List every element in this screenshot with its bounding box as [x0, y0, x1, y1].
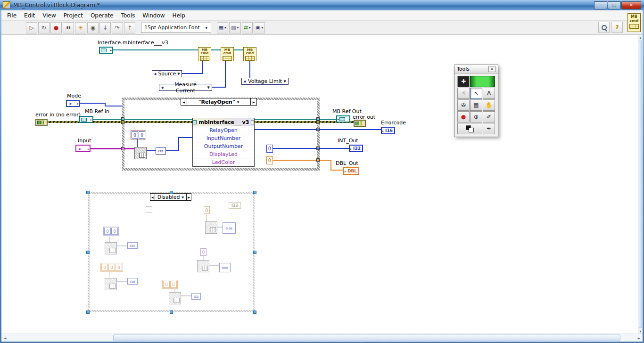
tools-palette-titlebar[interactable]: Tools ✕ — [454, 65, 498, 74]
disabled-i32-label[interactable]: I32 — [229, 202, 241, 209]
selection-handle[interactable] — [253, 191, 256, 194]
scroll-left-arrow[interactable]: ◀ — [1, 334, 9, 342]
case-next-arrow[interactable]: ▶ — [250, 98, 256, 105]
case-dropdown-icon[interactable]: ▼ — [237, 100, 239, 104]
scroll-up-arrow[interactable]: ▲ — [638, 35, 643, 40]
distribute-objects-button[interactable]: ▥▾ — [229, 22, 240, 33]
array-cell[interactable]: 0 — [104, 228, 111, 235]
disabled-function-node-2[interactable] — [105, 278, 117, 290]
disable-next-arrow[interactable]: ▶ — [186, 194, 191, 200]
array-cell[interactable]: 0 — [111, 228, 118, 235]
tunnel-ref-left[interactable] — [121, 117, 124, 121]
highlight-execution-button[interactable]: ☀ — [75, 22, 86, 33]
horizontal-scrollbar[interactable]: ◀ ⋯ ▶ — [1, 334, 643, 342]
context-help-button[interactable]: ? — [611, 22, 623, 33]
probe-tool[interactable]: ⊕ — [470, 111, 482, 122]
invoke-method-inputnumber[interactable]: InputNumber — [193, 134, 254, 142]
font-selector[interactable]: 15pt Application Font ▾ — [141, 23, 211, 33]
step-into-button[interactable]: ↓ — [99, 22, 111, 33]
menu-edit[interactable]: Edit — [20, 11, 39, 20]
scroll-tool[interactable]: ✋ — [483, 99, 495, 111]
disabled-conv-i16[interactable]: I16 — [127, 278, 138, 285]
tools-palette[interactable]: Tools ✕ ✚ ☝ ↖ A ✇ ▤ ✋ ● ⊕ ✐ ✒ — [454, 65, 498, 137]
run-continuous-button[interactable]: ↻ — [38, 22, 50, 33]
position-select-tool[interactable]: ↖ — [470, 88, 482, 99]
search-button[interactable] — [598, 22, 610, 33]
pause-button[interactable]: ▮▮ — [63, 22, 74, 33]
auto-tool-select-button[interactable]: ✚ — [457, 76, 470, 87]
shortcut-menu-tool[interactable]: ▤ — [470, 99, 482, 111]
array-cell[interactable]: 0 — [108, 264, 115, 271]
abort-button[interactable]: ● — [50, 22, 62, 33]
invoke-method-outputnumber[interactable]: OutputNumber — [193, 142, 254, 150]
menu-help[interactable]: Help — [169, 11, 189, 20]
disabled-function-node-1[interactable] — [105, 242, 117, 254]
horizontal-scrollbar-thumb[interactable]: ⋯ — [113, 335, 620, 341]
disabled-function-node-3[interactable] — [205, 221, 217, 234]
tunnel-dbl-right[interactable] — [316, 158, 320, 162]
menu-tools[interactable]: Tools — [117, 11, 139, 20]
selection-handle[interactable] — [253, 310, 256, 314]
vi-icon[interactable]: MB cmd — [627, 13, 641, 32]
invoke-method-ledcolor[interactable]: LedColor — [193, 158, 254, 166]
invoke-method-relayopen[interactable]: RelayOpen — [193, 126, 254, 134]
maximize-button[interactable]: □ — [608, 1, 621, 9]
disabled-array-constant-1[interactable]: 0 0 — [103, 227, 119, 236]
vertical-scrollbar-thumb[interactable] — [639, 41, 642, 328]
selection-handle[interactable] — [253, 251, 256, 254]
selection-handle[interactable] — [170, 310, 173, 314]
run-button[interactable]: ▷ — [26, 22, 37, 33]
menu-window[interactable]: Window — [139, 11, 168, 20]
menu-file[interactable]: File — [3, 11, 20, 20]
array-cell[interactable]: 0 — [116, 264, 122, 271]
disabled-function-node-4[interactable] — [197, 260, 209, 272]
scroll-right-arrow[interactable]: ▶ — [635, 334, 643, 342]
disabled-conv-999[interactable]: 999 — [219, 263, 231, 272]
vertical-scrollbar[interactable]: ▲ ▼ — [638, 35, 643, 334]
disabled-conv-i32-1[interactable]: I32 — [127, 242, 138, 249]
case-prev-arrow[interactable]: ◀ — [181, 98, 187, 105]
disable-structure-selector[interactable]: ◀ Disabled ▼ ▶ — [150, 193, 191, 201]
color-tool[interactable] — [457, 123, 482, 134]
clean-up-diagram-button[interactable]: ⇄▾ — [242, 22, 253, 33]
array-cell[interactable]: 0 — [163, 281, 170, 288]
tunnel-int-right[interactable] — [316, 147, 320, 150]
tools-palette-close-button[interactable]: ✕ — [488, 66, 495, 72]
minimize-button[interactable]: ─ — [594, 1, 607, 9]
menu-operate[interactable]: Operate — [87, 11, 117, 20]
title-bar[interactable]: MB_Control.vi Block Diagram * ─ □ ✕ — [0, 0, 644, 10]
tunnel-error-left[interactable] — [121, 121, 124, 124]
selection-handle[interactable] — [170, 191, 173, 194]
tunnel-input-left[interactable] — [121, 147, 124, 150]
disabled-array-constant-2[interactable]: 0 0 0 — [100, 263, 123, 272]
auto-tool-led[interactable] — [470, 76, 495, 87]
color-copy-tool[interactable]: ✐ — [483, 111, 495, 122]
align-objects-button[interactable]: ▦▾ — [217, 22, 228, 33]
array-cell[interactable]: 0 — [170, 281, 177, 288]
selection-handle[interactable] — [86, 251, 90, 254]
tunnel-error-right[interactable] — [316, 121, 320, 124]
array-cell[interactable]: 0 — [101, 264, 108, 271]
selection-handle[interactable] — [86, 310, 90, 314]
menu-project[interactable]: Project — [60, 11, 87, 20]
tunnel-ref-right[interactable] — [316, 117, 320, 121]
wiring-tool[interactable]: ✇ — [457, 99, 470, 111]
invoke-node-mbinterface[interactable]: mbInterface___v3 RelayOpen InputNumber O… — [192, 118, 255, 167]
operate-value-tool[interactable]: ☝ — [457, 88, 470, 99]
disabled-conv-exp[interactable]: 0.0E — [223, 222, 236, 234]
disabled-zero-constant[interactable]: 0 — [204, 206, 210, 214]
invoke-node-header[interactable]: mbInterface___v3 — [193, 118, 254, 126]
case-selector[interactable]: ◀ "RelayOpen" ▼ ▶ — [181, 98, 257, 106]
disable-dropdown-icon[interactable]: ▼ — [182, 196, 184, 199]
disabled-function-node-5[interactable] — [169, 292, 181, 304]
close-button[interactable]: ✕ — [621, 1, 641, 9]
disabled-conv-i32-2[interactable]: I32 — [191, 293, 201, 300]
scroll-down-arrow[interactable]: ▼ — [638, 328, 643, 334]
font-dropdown-icon[interactable]: ▾ — [203, 23, 210, 33]
edit-text-tool[interactable]: A — [483, 88, 495, 99]
disabled-array-constant-3[interactable]: 0 0 — [162, 280, 178, 289]
disable-prev-arrow[interactable]: ◀ — [150, 194, 155, 200]
retain-wire-values-button[interactable]: ◉ — [87, 22, 99, 33]
breakpoint-tool[interactable]: ● — [457, 111, 470, 122]
block-diagram-canvas[interactable]: Interface.mbInterface___v3 ▸ MB cmd MB c… — [1, 35, 643, 334]
